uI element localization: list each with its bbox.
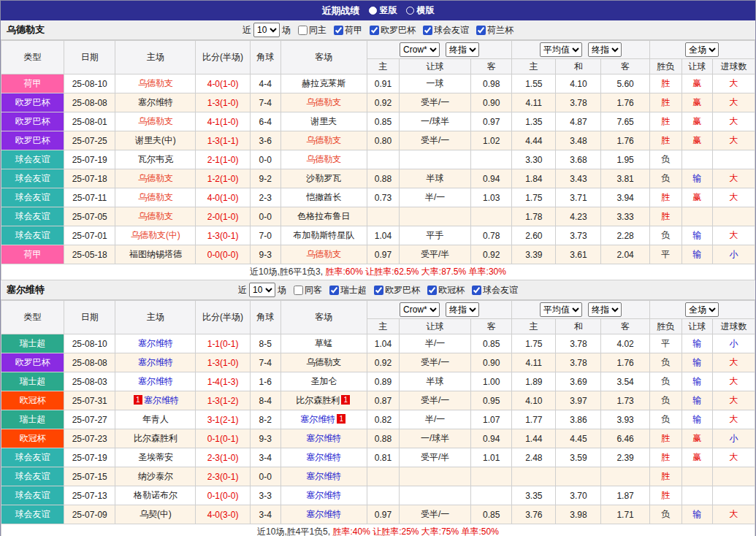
handicap-result-cell: 赢 (681, 188, 712, 207)
home-team-name: 塞尔维特 (138, 338, 173, 348)
score: 0-0(0-0) (196, 245, 250, 264)
recent-count-select[interactable]: 10 (253, 23, 280, 37)
home-team: 塞尔维特 (115, 372, 196, 391)
avg-draw: 3.97 (556, 391, 601, 410)
avg-away: 2.04 (601, 245, 649, 264)
league-filter-checkbox[interactable] (423, 26, 432, 35)
away-team-name: 比尔森胜利 (296, 395, 340, 405)
result-cell: 胜 (649, 467, 681, 486)
home-team: 乌德勒支 (115, 188, 196, 207)
avg-home: 1.77 (512, 410, 556, 429)
away-team-name: 谢里夫 (310, 116, 337, 126)
handicap-result-cell (681, 150, 712, 169)
league-badge: 瑞士超 (1, 334, 64, 353)
same-venue-label: 同主 (309, 24, 327, 37)
league-filter-1[interactable]: 荷甲 (329, 24, 362, 37)
summary-prefix: 近10场,胜4平1负5, (257, 527, 332, 536)
avg-home: 4.11 (512, 93, 556, 112)
match-date: 25-07-19 (64, 448, 115, 467)
avg-home: 1.78 (512, 207, 556, 226)
league-filter-4[interactable]: 荷兰杯 (471, 24, 513, 37)
league-filter-2[interactable]: 欧罗巴杯 (369, 284, 420, 296)
league-filter-checkbox[interactable] (374, 286, 383, 295)
radio-horizontal[interactable]: 横版 (406, 4, 435, 17)
league-filter-3[interactable]: 欧冠杯 (422, 284, 465, 296)
away-team-name: 色格拉布鲁日 (297, 211, 350, 221)
titlebar: 近期战绩 竖版 横版 (1, 1, 755, 20)
corners: 7-4 (250, 353, 280, 372)
odds-type-select[interactable]: 终指 (446, 42, 479, 57)
league-filter-checkbox[interactable] (334, 26, 343, 35)
away-team: 塞尔维特 (280, 429, 367, 448)
same-venue-filter[interactable]: 同客 (289, 284, 322, 296)
avg-type-select[interactable]: 终指 (588, 302, 622, 317)
odds-source-select[interactable]: Crow* (400, 42, 440, 57)
radio-vertical[interactable]: 竖版 (369, 4, 397, 17)
league-filter-checkbox[interactable] (329, 286, 339, 295)
league-filter-1[interactable]: 瑞士超 (324, 284, 367, 296)
corners: 9-2 (250, 169, 280, 188)
odds-handicap: 受平/半 (399, 245, 470, 264)
column-header: 比分(半场) (196, 301, 250, 334)
match-row: 球会友谊25-07-09乌契(中)4-0(3-0)3-4塞尔维特0.97受半/一… (1, 505, 755, 524)
league-filter-checkbox[interactable] (476, 26, 486, 35)
avg-away: 1.76 (601, 93, 649, 112)
avg-draw: 3.69 (556, 372, 601, 391)
away-team-name: 乌德勒支 (306, 135, 341, 145)
result-cell: 胜 (649, 486, 681, 505)
filter-near-label: 近 (243, 24, 251, 37)
away-team: 比尔森胜利1 (280, 391, 367, 410)
summary-prefix: 近10场,胜6平1负3, (250, 267, 325, 277)
odds-away: 1.07 (471, 410, 512, 429)
away-team: 塞尔维特 (280, 467, 367, 486)
away-team: 草蜢 (280, 334, 367, 353)
scope-select[interactable]: 全场 (685, 302, 719, 317)
result-cell: 平 (649, 334, 681, 353)
odds-home: 0.73 (367, 188, 399, 207)
column-header: 类型 (1, 41, 64, 74)
avg-draw (556, 467, 601, 486)
same-venue-filter[interactable]: 同主 (293, 24, 327, 37)
corners: 0-0 (250, 467, 280, 486)
home-team: 乌德勒支 (115, 207, 196, 226)
league-filter-checkbox[interactable] (370, 26, 379, 35)
scope-select[interactable]: 全场 (685, 42, 719, 57)
result-cell: 胜 (649, 448, 681, 467)
away-team: 塞尔维特 (280, 505, 367, 524)
corners: 3-4 (250, 448, 280, 467)
league-filter-checkbox[interactable] (472, 286, 481, 295)
league-filter-3[interactable]: 球会友谊 (418, 24, 469, 37)
team-section-2: 塞尔维特近10场同客瑞士超欧罗巴杯欧冠杯球会友谊类型日期主场比分(半场)角球客场… (1, 280, 755, 536)
sub-column-header: 客 (471, 59, 512, 74)
odds-away: 0.85 (471, 505, 512, 524)
odds-home: 0.89 (367, 372, 399, 391)
odds-source-select[interactable]: Crow* (400, 302, 440, 317)
league-filter-checkbox[interactable] (427, 286, 437, 295)
corners: 9-3 (250, 429, 280, 448)
avg-type-select[interactable]: 终指 (588, 42, 622, 57)
away-team-name: 塞尔维特 (306, 433, 341, 443)
same-venue-checkbox[interactable] (298, 26, 308, 35)
sub-column-header: 主 (512, 59, 556, 74)
league-filter-4[interactable]: 球会友谊 (467, 284, 518, 296)
away-team-name: 乌德勒支 (306, 97, 341, 107)
summary-row: 近10场,胜6平1负3, 胜率:60% 让胜率:62.5% 大率:87.5% 单… (1, 264, 755, 280)
league-badge: 球会友谊 (1, 169, 64, 188)
league-badge: 球会友谊 (1, 207, 64, 226)
avg-source-select[interactable]: 平均值 (540, 302, 582, 317)
league-badge: 球会友谊 (1, 188, 64, 207)
same-venue-checkbox[interactable] (294, 286, 303, 295)
summary-row: 近10场,胜4平1负5, 胜率:40% 让胜率:25% 大率:75% 单率:50… (1, 524, 755, 536)
avg-draw: 3.78 (556, 93, 601, 112)
league-filter-2[interactable]: 欧罗巴杯 (364, 24, 416, 37)
result-cell: 胜 (649, 112, 681, 131)
home-team-name: 塞尔维特 (138, 97, 173, 107)
avg-away (601, 467, 649, 486)
odds-type-select[interactable]: 终指 (446, 302, 479, 317)
avg-draw: 3.61 (556, 245, 601, 264)
odds-handicap (399, 467, 470, 486)
avg-source-select[interactable]: 平均值 (540, 42, 582, 57)
handicap-result-cell: 输 (681, 410, 712, 429)
radio-horizontal-label: 横版 (417, 4, 435, 17)
recent-count-select[interactable]: 10 (249, 283, 275, 297)
